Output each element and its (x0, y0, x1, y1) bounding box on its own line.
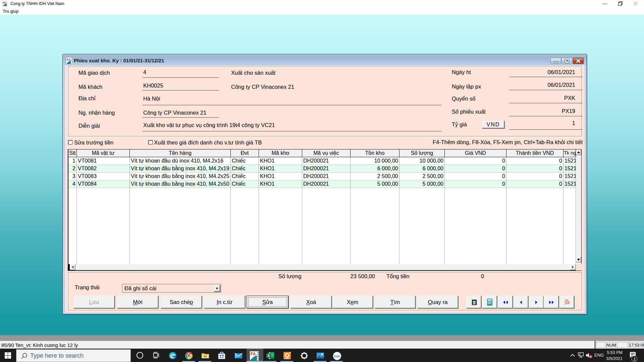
svg-text:FA: FA (251, 352, 256, 356)
svg-text:Zalo: Zalo (334, 355, 340, 358)
svg-text:PDF: PDF (285, 357, 289, 359)
svg-text:1: 1 (634, 357, 636, 361)
svg-text:X: X (267, 354, 270, 358)
